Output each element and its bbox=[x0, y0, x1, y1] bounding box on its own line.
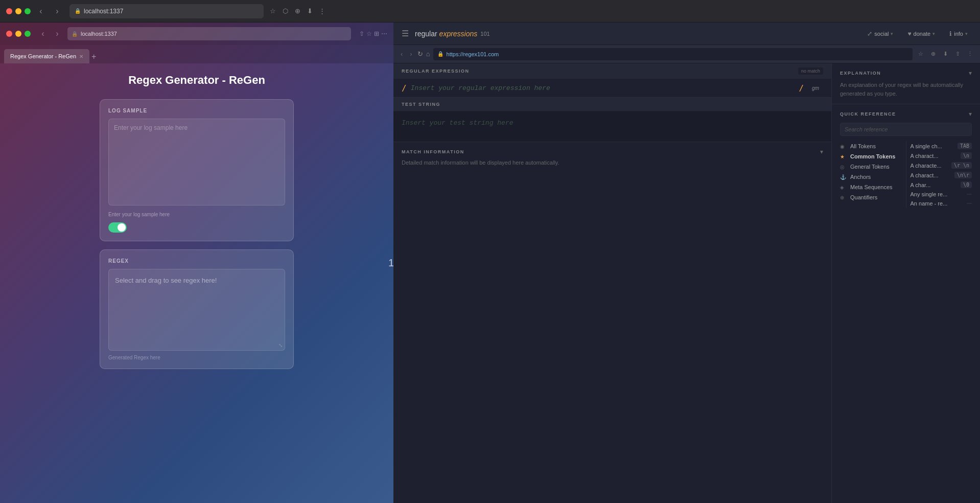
share-icon-2[interactable]: ⇧ bbox=[952, 49, 963, 59]
info-button[interactable]: ℹ info ▾ bbox=[945, 28, 972, 39]
explanation-section: EXPLANATION ▾ An explanation of your reg… bbox=[832, 63, 980, 104]
regen-close-btn[interactable] bbox=[6, 31, 12, 37]
explanation-collapse-btn[interactable]: ▾ bbox=[969, 70, 972, 77]
qr-item-anchors[interactable]: ⚓ Anchors bbox=[840, 172, 902, 182]
qr-entry-5[interactable]: A char... \0 bbox=[911, 180, 972, 190]
log-sample-textarea[interactable] bbox=[108, 119, 285, 205]
qr-badge-7 bbox=[967, 203, 972, 204]
donate-button[interactable]: ♥ donate ▾ bbox=[903, 28, 939, 39]
browser-top-bar: ‹ › 🔒 localhost:1337 ☆ ⬡ ⊕ ⬇ ⋮ bbox=[0, 0, 980, 22]
extension-icon-2[interactable]: ⊕ bbox=[928, 49, 938, 59]
regen-bookmark-icon[interactable]: ☆ bbox=[366, 30, 372, 37]
regen-more-icon[interactable]: ⋯ bbox=[381, 30, 387, 37]
regex101-back-btn[interactable]: ‹ bbox=[399, 49, 405, 59]
match-info-section: MATCH INFORMATION ▾ Detailed match infor… bbox=[393, 142, 831, 503]
donate-dropdown-icon: ▾ bbox=[932, 31, 935, 36]
star-icon[interactable]: ☆ bbox=[268, 6, 278, 16]
match-info-collapse-btn[interactable]: ▾ bbox=[820, 148, 823, 155]
regex-input-field[interactable] bbox=[411, 84, 795, 92]
toggle-knob bbox=[118, 223, 126, 232]
left-address-bar[interactable]: 🔒 localhost:1337 bbox=[69, 4, 264, 18]
regen-traffic-lights bbox=[6, 31, 31, 37]
info-icon: ℹ bbox=[949, 30, 952, 37]
qr-entry-7[interactable]: An name - re... bbox=[911, 199, 972, 208]
regex101-home-btn[interactable]: ⌂ bbox=[426, 50, 430, 58]
qr-item-meta-sequences[interactable]: ◈ Meta Sequences bbox=[840, 182, 902, 192]
download-icon-2[interactable]: ⬇ bbox=[940, 49, 950, 59]
regen-back-btn[interactable]: ‹ bbox=[37, 28, 49, 40]
test-string-input[interactable] bbox=[402, 119, 823, 127]
minimize-button[interactable] bbox=[15, 8, 21, 14]
quick-ref-collapse-btn[interactable]: ▾ bbox=[969, 110, 972, 118]
qr-text-3: A characte... bbox=[911, 163, 942, 169]
regen-nav-icons: ‹ › bbox=[37, 28, 63, 40]
explanation-label: EXPLANATION bbox=[840, 71, 881, 76]
social-dropdown-icon: ▾ bbox=[891, 31, 893, 36]
qr-entry-3[interactable]: A characte... \r \n bbox=[911, 161, 972, 170]
qr-entry-1[interactable]: A single ch... TAB bbox=[911, 141, 972, 151]
qr-badge-5: \0 bbox=[961, 181, 972, 188]
download-icon[interactable]: ⬇ bbox=[305, 6, 315, 16]
quantifiers-label: Quantifiers bbox=[850, 194, 877, 200]
qr-item-general-tokens[interactable]: ◎ General Tokens bbox=[840, 162, 902, 172]
url-lock-icon: 🔒 bbox=[437, 51, 444, 57]
general-tokens-label: General Tokens bbox=[850, 164, 890, 170]
regen-maximize-btn[interactable] bbox=[25, 31, 31, 37]
qr-item-all-tokens[interactable]: ◉ All Tokens bbox=[840, 141, 902, 151]
regen-minimize-btn[interactable] bbox=[15, 31, 21, 37]
open-slash: / bbox=[402, 83, 407, 93]
log-sample-card: LOG SAMPLE Enter your log sample here bbox=[100, 99, 294, 241]
quick-ref-right-column: A single ch... TAB A charact... \n A cha… bbox=[906, 141, 972, 208]
regex101-forward-btn[interactable]: › bbox=[408, 49, 414, 59]
qr-entry-2[interactable]: A charact... \n bbox=[911, 151, 972, 161]
hamburger-icon[interactable]: ☰ bbox=[402, 29, 409, 38]
left-url-text: localhost:1337 bbox=[84, 8, 123, 15]
regex101-right-sidebar: EXPLANATION ▾ An explanation of your reg… bbox=[832, 63, 980, 503]
lock-icon: 🔒 bbox=[75, 8, 81, 14]
back-button[interactable]: ‹ bbox=[35, 5, 47, 17]
match-info-label: MATCH INFORMATION bbox=[402, 149, 464, 154]
meta-sequences-icon: ◈ bbox=[840, 185, 847, 190]
quick-ref-label: QUICK REFERENCE bbox=[840, 111, 896, 117]
regen-forward-btn[interactable]: › bbox=[51, 28, 63, 40]
qr-item-quantifiers[interactable]: ⊕ Quantifiers bbox=[840, 192, 902, 202]
qr-entry-4[interactable]: A charact... \n\r bbox=[911, 170, 972, 180]
regen-grid-icon[interactable]: ⊞ bbox=[374, 30, 379, 37]
regex101-address-row: ‹ › ↻ ⌂ 🔒 https://regex101.com ☆ ⊕ ⬇ ⇧ ⋮ bbox=[393, 45, 980, 63]
regen-toolbar-icons: ⇧ ☆ ⊞ ⋯ bbox=[359, 30, 387, 37]
regen-active-tab[interactable]: Regex Generator - ReGen ✕ bbox=[4, 49, 89, 63]
qr-entry-6[interactable]: Any single re... bbox=[911, 190, 972, 199]
regen-address-bar[interactable]: 🔒 localhost:1337 bbox=[67, 27, 351, 40]
resize-handle[interactable]: ⤡ bbox=[278, 342, 283, 348]
log-sample-toggle[interactable] bbox=[108, 222, 127, 233]
qr-item-common-tokens[interactable]: ★ Common Tokens bbox=[840, 151, 902, 162]
menu-icon[interactable]: ⋮ bbox=[317, 6, 327, 16]
more-icon-2[interactable]: ⋮ bbox=[965, 49, 975, 59]
qr-text-2: A charact... bbox=[911, 153, 939, 159]
forward-button[interactable]: › bbox=[51, 5, 63, 17]
quick-ref-search-input[interactable] bbox=[840, 123, 972, 136]
flags-badge[interactable]: gm bbox=[808, 84, 823, 92]
regen-share-icon[interactable]: ⇧ bbox=[359, 30, 364, 37]
regen-url-text: localhost:1337 bbox=[81, 31, 117, 37]
regex101-refresh-btn[interactable]: ↻ bbox=[417, 50, 423, 58]
puzzle-icon[interactable]: ⊕ bbox=[292, 6, 302, 16]
quick-ref-columns: ◉ All Tokens ★ Common Tokens ◎ General T… bbox=[840, 141, 972, 208]
extension-icon[interactable]: ⬡ bbox=[280, 6, 290, 16]
log-sample-label: LOG SAMPLE bbox=[108, 108, 285, 113]
regen-add-tab-btn[interactable]: + bbox=[89, 50, 98, 63]
close-button[interactable] bbox=[6, 8, 12, 14]
share-icon: ⤢ bbox=[867, 30, 872, 37]
bookmark-icon[interactable]: ☆ bbox=[916, 49, 926, 59]
regex101-url-bar[interactable]: 🔒 https://regex101.com bbox=[433, 48, 913, 60]
regen-pane: ‹ › 🔒 localhost:1337 ⇧ ☆ ⊞ ⋯ Regex Gener… bbox=[0, 22, 393, 503]
maximize-button[interactable] bbox=[25, 8, 31, 14]
regen-tab-close[interactable]: ✕ bbox=[79, 54, 83, 59]
meta-sequences-label: Meta Sequences bbox=[850, 184, 893, 190]
quick-ref-header: QUICK REFERENCE ▾ bbox=[840, 110, 972, 118]
qr-text-6: Any single re... bbox=[911, 191, 948, 197]
donate-label: donate bbox=[914, 31, 931, 37]
social-button[interactable]: ⤢ social ▾ bbox=[863, 28, 897, 39]
main-content-area: ‹ › 🔒 localhost:1337 ⇧ ☆ ⊞ ⋯ Regex Gener… bbox=[0, 22, 980, 503]
explanation-text: An explanation of your regex will be aut… bbox=[840, 81, 972, 98]
